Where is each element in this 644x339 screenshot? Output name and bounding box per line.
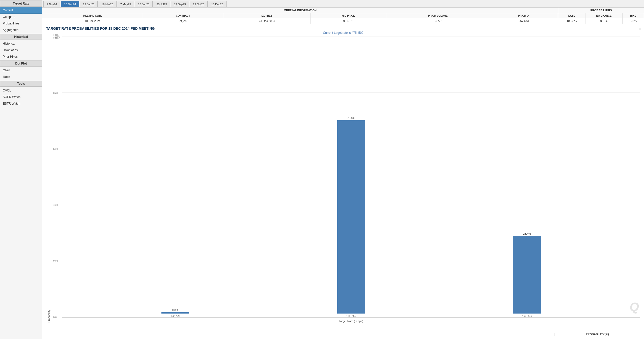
y-axis-label: Probability <box>46 37 52 323</box>
tab-7may25[interactable]: 7 May25 <box>117 1 134 7</box>
col-contract: CONTRACT <box>143 13 223 18</box>
bar-label-450-475: 28.4% <box>523 232 531 235</box>
meeting-info-panel: MEETING INFORMATION MEETING DATE CONTRAC… <box>42 8 558 24</box>
sidebar-item-table[interactable]: Table <box>0 74 42 80</box>
meeting-info-table: MEETING DATE CONTRACT EXPIRES MID PRICE … <box>42 13 558 24</box>
tab-bar: 7 Nov24 18 Dec24 29 Jan25 19 Mar25 7 May… <box>42 0 644 8</box>
chart-area: TARGET RATE PROBABILITIES FOR 18 DEC 202… <box>42 24 644 329</box>
tab-29jan25[interactable]: 29 Jan25 <box>80 1 98 7</box>
info-section: MEETING INFORMATION MEETING DATE CONTRAC… <box>42 8 644 24</box>
sidebar-item-estr-watch[interactable]: ESTR Watch <box>0 100 42 107</box>
val-mid-price: 95.4975 <box>311 18 386 24</box>
bar-450-475 <box>513 236 541 314</box>
col-mid-price: MID PRICE <box>311 13 386 18</box>
val-contract: ZQZ4 <box>143 18 223 24</box>
bottom-bar-left <box>46 333 554 336</box>
val-prior-volume: 24,772 <box>386 18 490 24</box>
bottom-bar: PROBABILITY(%) <box>42 329 644 339</box>
col-prior-volume: PRIOR VOLUME <box>386 13 490 18</box>
sidebar-item-cvol[interactable]: CVOL <box>0 87 42 94</box>
val-ease: 100.0 % <box>558 18 585 24</box>
chart-subtitle: Current target rate is 475–500 <box>46 31 640 35</box>
sidebar-item-historical[interactable]: Historical <box>0 40 42 47</box>
bar-425-450 <box>337 120 365 314</box>
tab-19mar25[interactable]: 19 Mar25 <box>98 1 116 7</box>
bar-label-425-450: 70.8% <box>347 116 355 119</box>
val-meeting-date: 18 Dec 2024 <box>42 18 143 24</box>
val-expires: 31 Dec 2024 <box>223 18 311 24</box>
sidebar-item-sofr-watch[interactable]: SOFR Watch <box>0 94 42 100</box>
col-no-change: NO CHANGE <box>585 13 622 18</box>
bar-group-1: 0.8% 400–425 <box>161 309 189 317</box>
sidebar-item-prior-hikes[interactable]: Prior Hikes <box>0 53 42 60</box>
chart-title: TARGET RATE PROBABILITIES FOR 18 DEC 202… <box>46 26 640 30</box>
bar-x-label-450-475: 450–475 <box>522 315 532 317</box>
bar-x-label-400-425: 400–425 <box>170 315 180 317</box>
col-hike: HIKE <box>622 13 644 18</box>
probabilities-panel: PROBABILITIES EASE NO CHANGE HIKE 100.0 … <box>558 8 644 24</box>
bar-group-3: 28.4% 450–475 <box>513 232 541 317</box>
sidebar-item-current[interactable]: Current <box>0 7 42 14</box>
main-content: 7 Nov24 18 Dec24 29 Jan25 19 Mar25 7 May… <box>42 0 644 339</box>
val-hike: 0.0 % <box>622 18 644 24</box>
sidebar: Target Rate Current Compare Probabilitie… <box>0 0 42 339</box>
bar-400-425 <box>161 312 189 314</box>
col-expires: EXPIRES <box>223 13 311 18</box>
dot-plot-header: Dot Plot <box>0 60 42 67</box>
col-meeting-date: MEETING DATE <box>42 13 143 18</box>
tab-29oct25[interactable]: 29 Oct25 <box>190 1 208 7</box>
col-prior-oi: PRIOR OI <box>490 13 558 18</box>
meeting-info-header: MEETING INFORMATION <box>42 8 558 13</box>
tools-header: Tools <box>0 81 42 87</box>
tab-18jun25[interactable]: 18 Jun25 <box>135 1 153 7</box>
x-axis-label: Target Rate (in bps) <box>62 319 640 323</box>
tab-18dec24[interactable]: 18 Dec24 <box>61 1 79 7</box>
sidebar-item-downloads[interactable]: Downloads <box>0 47 42 53</box>
tab-30jul25[interactable]: 30 Jul25 <box>153 1 170 7</box>
bar-label-400-425: 0.8% <box>172 309 178 312</box>
sidebar-item-compare[interactable]: Compare <box>0 14 42 20</box>
bar-x-label-425-450: 425–450 <box>346 315 356 317</box>
historical-header: Historical <box>0 34 42 40</box>
tab-10dec25[interactable]: 10 Dec25 <box>208 1 227 7</box>
col-ease: EASE <box>558 13 585 18</box>
sidebar-item-probabilities[interactable]: Probabilities <box>0 20 42 27</box>
tab-17sep25[interactable]: 17 Sep25 <box>171 1 189 7</box>
val-no-change: 0.0 % <box>585 18 622 24</box>
target-rate-header: Target Rate <box>0 1 42 7</box>
val-prior-oi: 267,643 <box>490 18 558 24</box>
tab-7nov24[interactable]: 7 Nov24 <box>43 1 60 7</box>
sidebar-item-aggregated[interactable]: Aggregated <box>0 27 42 33</box>
probabilities-table: EASE NO CHANGE HIKE 100.0 % 0.0 % 0.0 % <box>558 13 644 24</box>
probabilities-header: PROBABILITIES <box>558 8 644 13</box>
chart-plot: 100% 100% 100% 80% 60% 40% 20% 0% <box>62 37 640 318</box>
sidebar-item-chart[interactable]: Chart <box>0 67 42 74</box>
hamburger-icon[interactable]: ≡ <box>639 26 641 32</box>
bar-group-2: 70.8% 425–450 <box>337 116 365 317</box>
probability-label: PROBABILITY(%) <box>554 333 640 336</box>
